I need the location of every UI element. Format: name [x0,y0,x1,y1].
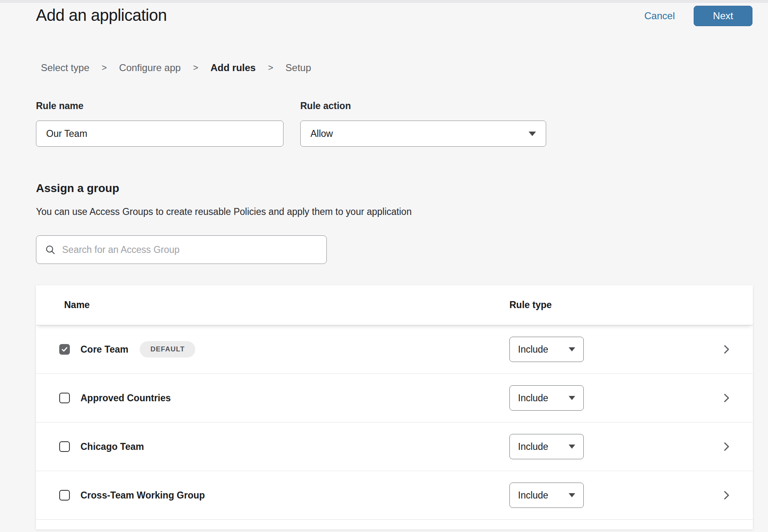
rule-type-value: Include [518,490,548,501]
row-checkbox[interactable] [59,441,70,452]
breadcrumb-separator: > [268,63,273,73]
row-checkbox[interactable] [59,490,70,501]
assign-group-heading: Assign a group [36,182,768,195]
breadcrumb: Select type > Configure app > Add rules … [41,62,768,74]
table-row: Approved Countries Include [36,374,753,422]
rule-type-select[interactable]: Include [509,337,584,362]
chevron-right-icon[interactable] [720,392,732,404]
table-row-partial [36,520,753,530]
group-name: Core Team [80,344,128,355]
table-row: Core Team DEFAULT Include [36,325,753,374]
rule-type-value: Include [518,441,548,452]
rule-type-select[interactable]: Include [509,483,584,508]
next-button[interactable]: Next [694,6,752,26]
row-checkbox[interactable] [59,393,70,403]
column-header-name: Name [64,300,90,311]
rule-name-label: Rule name [36,101,284,112]
breadcrumb-step-setup[interactable]: Setup [286,62,311,74]
default-badge: DEFAULT [140,341,195,358]
chevron-down-icon [569,445,575,449]
rule-action-label: Rule action [300,101,546,112]
rule-action-field-group: Rule action Allow [300,101,546,147]
page-title: Add an application [36,4,167,26]
rule-type-select[interactable]: Include [509,385,584,411]
breadcrumb-step-add-rules[interactable]: Add rules [210,62,256,74]
rule-type-value: Include [518,344,548,355]
rule-type-value: Include [518,393,548,404]
rule-action-value: Allow [310,128,333,139]
search-icon [45,245,56,255]
rule-action-select[interactable]: Allow [300,121,546,147]
checkmark-icon [61,346,68,353]
chevron-down-icon [529,132,536,136]
page-header: Add an application Cancel Next [36,4,752,26]
cancel-button[interactable]: Cancel [644,10,675,22]
group-name: Cross-Team Working Group [80,490,205,501]
chevron-right-icon[interactable] [720,489,732,501]
chevron-down-icon [569,347,575,351]
chevron-down-icon [569,396,575,400]
column-header-rule-type: Rule type [509,300,552,311]
breadcrumb-separator: > [102,63,107,73]
table-header: Name Rule type [36,285,753,325]
group-name: Chicago Team [80,441,144,452]
add-application-page: Add an application Cancel Next Select ty… [0,0,768,532]
breadcrumb-separator: > [193,63,198,73]
rule-form: Rule name Rule action Allow [36,101,752,147]
breadcrumb-step-select-type[interactable]: Select type [41,62,89,74]
row-checkbox[interactable] [59,344,70,355]
access-group-search[interactable] [36,235,327,264]
table-row: Chicago Team Include [36,422,753,471]
group-name: Approved Countries [80,393,171,404]
header-actions: Cancel Next [644,6,752,26]
rule-name-field-group: Rule name [36,101,284,147]
top-divider [0,0,768,3]
chevron-down-icon [569,493,575,497]
rule-name-input[interactable] [36,121,284,147]
access-groups-table: Name Rule type Core Team DEFAULT Include [36,285,753,530]
search-input[interactable] [62,244,317,255]
chevron-right-icon[interactable] [720,440,732,453]
breadcrumb-step-configure-app[interactable]: Configure app [119,62,181,74]
rule-type-select[interactable]: Include [509,434,584,459]
assign-group-description: You can use Access Groups to create reus… [36,206,768,217]
table-row: Cross-Team Working Group Include [36,471,753,520]
chevron-right-icon[interactable] [720,343,732,355]
